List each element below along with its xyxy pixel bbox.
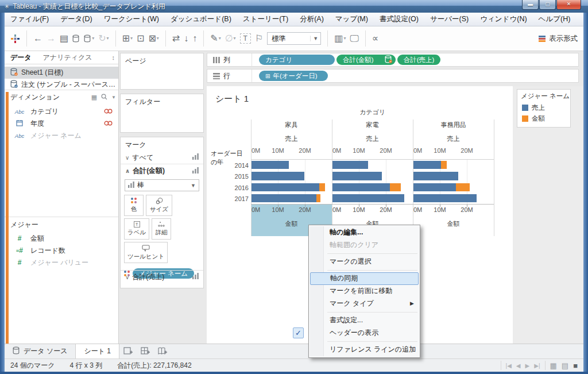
axis-tick-label[interactable]: 10M xyxy=(432,147,448,154)
new-datasource-icon[interactable] xyxy=(72,34,80,43)
menu-item-1[interactable]: データ(D) xyxy=(55,12,98,26)
menu-item-6[interactable]: マップ(M) xyxy=(330,12,374,26)
axis-tick-label[interactable]: 10M xyxy=(351,206,367,213)
show-filmstrip-icon[interactable]: ▤ xyxy=(562,361,568,370)
context-menu-item-5[interactable]: 軸の同期 xyxy=(310,272,419,285)
new-dashboard-button[interactable] xyxy=(137,344,154,358)
axis-tick-label[interactable]: 20M xyxy=(297,206,313,213)
presentation-mode-icon[interactable]: 🖵 xyxy=(350,34,358,43)
save-icon[interactable]: ▤ xyxy=(60,34,68,43)
axis-tick-label[interactable]: 20M xyxy=(378,147,394,154)
redo-icon[interactable]: → xyxy=(47,34,56,43)
new-story-button[interactable] xyxy=(154,344,171,358)
clear-sheet-icon[interactable]: ⊠▾ xyxy=(148,34,158,43)
dimension-field-2[interactable]: Abcメジャー ネーム xyxy=(13,130,117,141)
highlight-icon[interactable]: ✎▾ xyxy=(210,34,220,43)
undo-icon[interactable]: ← xyxy=(33,34,42,43)
tableau-logo-icon[interactable] xyxy=(10,34,20,44)
menu-item-3[interactable]: ダッシュボード(B) xyxy=(165,12,237,26)
axis-tick-label[interactable]: 20M xyxy=(459,147,475,154)
filters-shelf[interactable]: フィルター xyxy=(120,94,204,133)
axis-tick-label[interactable]: 0M xyxy=(252,206,260,213)
swap-rows-columns-icon[interactable]: ⇄ xyxy=(172,34,180,43)
bar-売上-事務用品-2014[interactable] xyxy=(413,161,441,169)
axis-tick-label[interactable]: 20M xyxy=(378,206,394,213)
rows-shelf[interactable]: 行 ⊞年(オーダー日) xyxy=(207,69,579,83)
measure-field-0[interactable]: #金額 xyxy=(13,233,117,244)
column-pill-0[interactable]: カテゴリ xyxy=(259,55,335,65)
column-header-家具[interactable]: 家具 xyxy=(251,121,332,129)
axis-tick-label[interactable]: 0M xyxy=(413,147,422,154)
sort-ascending-icon[interactable]: ↓ xyxy=(184,34,188,43)
last-page-icon[interactable]: ▶| xyxy=(534,363,540,369)
dimension-field-1[interactable]: 年度 xyxy=(13,118,117,129)
bar-売上-事務用品-2016[interactable] xyxy=(413,183,456,191)
new-worksheet-button[interactable] xyxy=(119,344,137,358)
show-me-button[interactable]: 表示形式 xyxy=(539,34,578,44)
maximize-button[interactable]: ▢ xyxy=(539,0,556,10)
measure-names-legend[interactable]: メジャー ネーム 売上金額 xyxy=(517,89,571,128)
tab-data[interactable]: データ xyxy=(5,51,37,65)
context-menu-item-3[interactable]: マークの選択 xyxy=(310,256,419,268)
context-menu-item-6[interactable]: マークを前面に移動 xyxy=(310,285,419,298)
column-pill-1[interactable]: 合計(金額) xyxy=(336,55,396,65)
context-menu-item-10[interactable]: ヘッダーの表示✓ xyxy=(310,327,419,340)
measure-field-2[interactable]: #メジャー バリュー xyxy=(13,257,117,268)
next-page-icon[interactable]: ▶ xyxy=(525,363,530,369)
bar-売上-家電-2017[interactable] xyxy=(332,194,404,202)
context-menu-item-12[interactable]: リファレンス ラインの追加 xyxy=(310,344,419,356)
menu-item-10[interactable]: ヘルプ(H) xyxy=(533,12,577,26)
label-button[interactable]: Tラベル xyxy=(124,218,149,240)
pause-updates-icon[interactable]: ▾ xyxy=(84,34,94,43)
row-pill-0[interactable]: ⊞年(オーダー日) xyxy=(259,71,328,81)
tab-analytics[interactable]: アナリティクス xyxy=(37,51,98,65)
measure-field-1[interactable]: =#レコード数 xyxy=(13,245,117,256)
titlebar[interactable]: ✳ Tableau - 実績と目標を比較_データブレンド利用 xyxy=(0,0,588,13)
axis-tick-label[interactable]: 0M xyxy=(413,206,422,213)
minimize-button[interactable]: ▬ xyxy=(522,0,539,10)
menu-item-4[interactable]: ストーリー(T) xyxy=(237,12,294,26)
fit-axis-icon[interactable]: ▥▾ xyxy=(334,34,346,43)
axis-tick-label[interactable]: 10M xyxy=(351,147,367,154)
bar-売上-事務用品-2015[interactable] xyxy=(413,172,458,180)
context-menu-item-0[interactable]: 軸の編集... xyxy=(310,226,419,239)
fullscreen-icon[interactable]: ■ xyxy=(573,361,578,370)
menu-item-8[interactable]: サーバー(S) xyxy=(424,12,474,26)
bar-売上-家具-2015[interactable] xyxy=(252,172,304,180)
prev-page-icon[interactable]: ◀ xyxy=(516,363,521,369)
bar-売上-家具-2017[interactable] xyxy=(252,194,316,202)
bar-売上-家具-2016[interactable] xyxy=(252,183,319,191)
menu-item-5[interactable]: 分析(A) xyxy=(294,12,330,26)
axis-tick-label[interactable]: 10M xyxy=(432,206,448,213)
columns-shelf[interactable]: 列 カテゴリ合計(金額)合計(売上) xyxy=(207,53,579,67)
column-field-caption[interactable]: カテゴリ xyxy=(251,108,494,117)
pane-swap-icon[interactable]: ↕ xyxy=(112,54,119,61)
paperclip-icon[interactable]: ∅▾ xyxy=(225,34,236,43)
bottom-axis-label-事務用品[interactable]: 金額 xyxy=(413,219,494,228)
axis-tick-label[interactable]: 20M xyxy=(459,206,475,213)
show-tabs-icon[interactable]: ▦ xyxy=(550,361,557,370)
text-label-icon[interactable]: T xyxy=(240,33,251,44)
top-axis-label-家具[interactable]: 売上 xyxy=(251,134,332,143)
year-label-2014[interactable]: 2014 xyxy=(223,162,249,169)
legend-item-1[interactable]: 金額 xyxy=(517,113,570,124)
bar-売上-家電-2014[interactable] xyxy=(332,161,368,169)
color-button[interactable]: 色 xyxy=(124,195,144,216)
view-as-list-icon[interactable]: ▦ xyxy=(91,94,97,101)
share-icon[interactable]: ∝ xyxy=(372,34,378,43)
menu-item-0[interactable]: ファイル(F) xyxy=(5,12,55,26)
axis-tick-label[interactable]: 0M xyxy=(332,147,341,154)
menu-item-2[interactable]: ワークシート(W) xyxy=(98,12,165,26)
close-button[interactable]: ✕ xyxy=(556,0,581,10)
context-menu-item-7[interactable]: マーク タイプ▶ xyxy=(310,298,419,310)
new-worksheet-icon[interactable]: ⊞▾ xyxy=(122,34,133,43)
marks-sum-sales-row[interactable]: ∨合計(売上) xyxy=(121,270,203,283)
axis-tick-label[interactable]: 10M xyxy=(270,206,286,213)
search-icon[interactable] xyxy=(101,94,107,101)
year-label-2015[interactable]: 2015 xyxy=(223,173,249,180)
top-axis-label-家電[interactable]: 売上 xyxy=(332,134,413,143)
datasource-item-1[interactable]: 注文 (サンプル - スーパース… xyxy=(5,79,118,91)
bar-売上-家電-2015[interactable] xyxy=(332,172,382,180)
bar-売上-事務用品-2017[interactable] xyxy=(413,194,477,202)
bar-売上-家具-2014[interactable] xyxy=(252,161,289,169)
